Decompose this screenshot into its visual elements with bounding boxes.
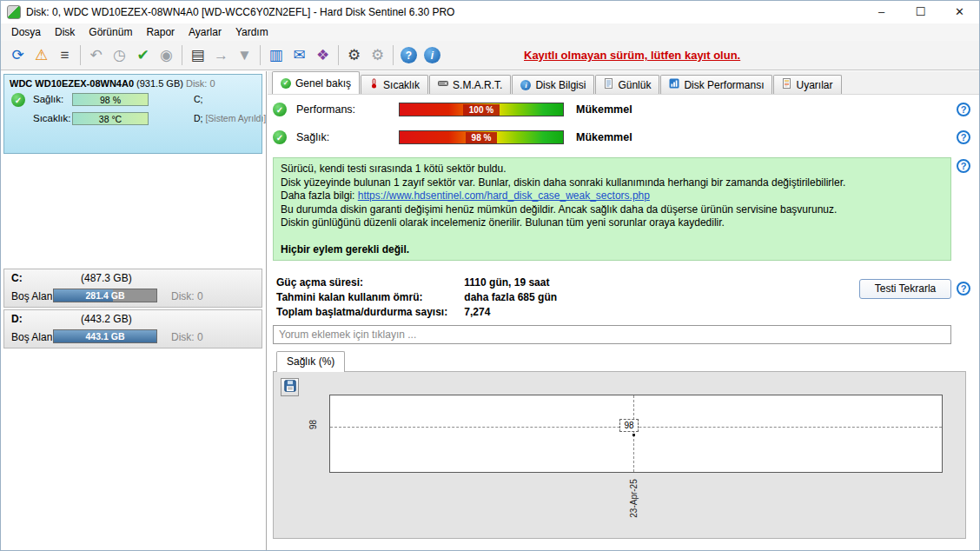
description-help-icon[interactable]	[957, 159, 970, 173]
minimize-button[interactable]: –	[862, 1, 901, 23]
tab-disk-bilgisi[interactable]: Disk Bilgisi	[512, 75, 594, 94]
chart-x-axis-label: 23-Apr-25	[629, 473, 639, 525]
volume-d-disk-number: Disk: 0	[171, 331, 203, 343]
health-help-icon[interactable]	[957, 130, 970, 144]
toolbar-separator	[393, 45, 394, 65]
settings-zoom-icon[interactable]: ⚙	[366, 44, 389, 67]
disk-export-icon[interactable]: →	[209, 44, 233, 67]
refresh-icon[interactable]: ⟳	[6, 44, 30, 67]
volume-c-disk-number: Disk: 0	[171, 290, 203, 302]
print-icon[interactable]: ▤	[186, 44, 209, 67]
tab-sicaklik[interactable]: Sıcaklık	[361, 75, 428, 94]
register-link[interactable]: Kayıtlı olmayan sürüm, lütfen kayıt olun…	[524, 49, 740, 62]
health-ok-icon	[11, 93, 25, 107]
info-icon[interactable]: i	[424, 47, 440, 63]
health-row: Sağlık: 98 % Mükemmel	[273, 129, 632, 146]
toolbar-separator	[338, 45, 339, 65]
menu-disk[interactable]: Disk	[48, 24, 82, 40]
performance-rating: Mükemmel	[576, 103, 632, 116]
performance-chart-icon	[669, 78, 679, 91]
menu-rapor[interactable]: Rapor	[139, 24, 182, 40]
performance-row: Performans: 100 % Mükemmel	[273, 101, 632, 118]
volume-panel-d[interactable]: D: (443.2 GB) Boş Alan 443.1 GB Disk: 0	[3, 309, 262, 349]
disk-save-icon[interactable]: ▼	[233, 44, 256, 67]
analyse-warning-icon[interactable]: ⚠	[30, 44, 53, 67]
tab-smart-label: S.M.A.R.T.	[453, 79, 502, 91]
disk-size: (931.5 GB)	[136, 78, 183, 89]
chart-save-button[interactable]	[281, 378, 299, 396]
desc-line-2: Disk yüzeyinde bulunan 1 zayıf sektör va…	[281, 176, 944, 190]
tab-uyarilar-label: Uyarılar	[796, 79, 832, 91]
volume-c-size: (487.3 GB)	[81, 272, 132, 284]
volume-d-header: D: (443.2 GB)	[4, 310, 262, 329]
volume-d-size: (443.2 GB)	[81, 313, 132, 325]
volume-d-free-bar: 443.1 GB	[53, 329, 157, 343]
partition-d-letter: D;	[194, 113, 203, 123]
volume-panel-c[interactable]: C: (487.3 GB) Boş Alan 281.4 GB Disk: 0	[3, 269, 262, 308]
titlebar: Disk: 0, WDC WD10EZEX-08WN4A0 [WD-WCC6Y0…	[1, 1, 979, 23]
tools-icon[interactable]: ❖	[311, 44, 334, 67]
volume-d-name: D:	[11, 313, 23, 325]
menu-gorunum[interactable]: Görünüm	[82, 24, 139, 40]
desc-line-4: Bu durumda diskin garanti değişimi henüz…	[281, 203, 944, 217]
hard-disk-sentinel-window: { "window": { "title": "Disk: 0, WDC WD1…	[0, 0, 980, 551]
stat-start-stop-value: 7,274	[464, 306, 490, 318]
menu-yardim[interactable]: Yardım	[228, 24, 275, 40]
settings-gear-icon[interactable]: ⚙	[342, 44, 366, 67]
retest-button[interactable]: Testi Tekrarla	[859, 279, 951, 299]
close-button[interactable]: ✕	[940, 1, 979, 23]
comment-input[interactable]	[273, 325, 951, 344]
temperature-panel-icon[interactable]: ▥	[264, 44, 288, 67]
volume-c-free-row: Boş Alan 281.4 GB Disk: 0	[4, 288, 262, 307]
email-icon[interactable]: ✉	[288, 44, 311, 67]
temp-bar: 38 °C	[72, 112, 149, 125]
window-controls: – ☐ ✕	[862, 1, 979, 23]
desc-line-5: Diskin günlüğünü düzenli olarak inceleme…	[281, 216, 944, 230]
chart-y-axis-label: 98	[308, 420, 318, 429]
help-icon[interactable]: ?	[401, 47, 417, 63]
volume-c-header: C: (487.3 GB)	[4, 269, 262, 288]
tab-disk-performansi[interactable]: Disk Performansı	[660, 75, 772, 94]
tab-gunluk-label: Günlük	[618, 79, 651, 91]
disk-zoom-icon[interactable]: ◉	[155, 44, 178, 67]
details-view-icon[interactable]: ≡	[53, 44, 76, 67]
sidebar: WDC WD10EZEX-08WN4A0 (931.5 GB) Disk: 0 …	[1, 71, 267, 550]
volume-d-free-row: Boş Alan 443.1 GB Disk: 0	[4, 329, 262, 348]
weak-sectors-link[interactable]: https://www.hdsentinel.com/hard_disk_cas…	[358, 189, 650, 202]
disk-panel-header: WDC WD10EZEX-08WN4A0 (931.5 GB) Disk: 0	[4, 75, 262, 90]
chart-tab-label: Sağlık (%)	[287, 355, 334, 368]
main-content: Genel bakış Sıcaklık S.M.A.R.T. Disk Bil…	[268, 71, 979, 550]
toolbar-separator	[260, 45, 261, 65]
tab-genel-bakis[interactable]: Genel bakış	[272, 71, 360, 94]
stat-start-stop-count: Toplam başlatma/durdurma sayısı: 7,274	[276, 306, 557, 321]
health-label: Sağlık:	[33, 94, 63, 104]
performance-help-icon[interactable]	[957, 103, 970, 116]
tab-genel-bakis-label: Genel bakış	[295, 77, 351, 90]
chart-tab-saglik[interactable]: Sağlık (%)	[276, 351, 345, 372]
chart-point-value: 98	[619, 419, 639, 432]
disk-undo-icon[interactable]: ↶	[84, 44, 108, 67]
retest-help-icon[interactable]	[957, 282, 970, 295]
menu-ayarlar[interactable]: Ayarlar	[182, 24, 228, 40]
disk-model: WDC WD10EZEX-08WN4A0	[10, 78, 134, 89]
tab-gunluk[interactable]: Günlük	[595, 75, 659, 94]
tab-disk-performansi-label: Disk Performansı	[684, 79, 764, 91]
disk-clock-icon[interactable]: ◷	[108, 44, 131, 67]
maximize-button[interactable]: ☐	[901, 1, 940, 23]
smart-drive-icon	[438, 78, 448, 91]
disk-accept-icon[interactable]: ✔	[131, 44, 155, 67]
volume-d-free-value: 443.1 GB	[54, 330, 156, 342]
tab-disk-bilgisi-label: Disk Bilgisi	[535, 79, 586, 91]
desc-line-1: Sürücü, kendi testi sırasında 1 kötü sek…	[281, 163, 944, 176]
volume-d-free-label: Boş Alan	[11, 331, 52, 343]
disk-panel-selected[interactable]: WDC WD10EZEX-08WN4A0 (931.5 GB) Disk: 0 …	[3, 74, 262, 154]
log-document-icon	[604, 78, 613, 91]
performance-bar: 100 %	[399, 103, 564, 116]
menu-dosya[interactable]: Dosya	[4, 24, 48, 40]
volume-c-free-value: 281.4 GB	[54, 289, 156, 302]
volume-c-name: C:	[11, 272, 23, 284]
performance-value: 100 %	[463, 104, 500, 116]
tab-smart[interactable]: S.M.A.R.T.	[429, 75, 511, 94]
tab-uyarilar[interactable]: Uyarılar	[773, 75, 841, 94]
disk-temp-row: Sıcaklık: 38 °C D; [Sistem Ayrıldı]	[4, 110, 262, 129]
